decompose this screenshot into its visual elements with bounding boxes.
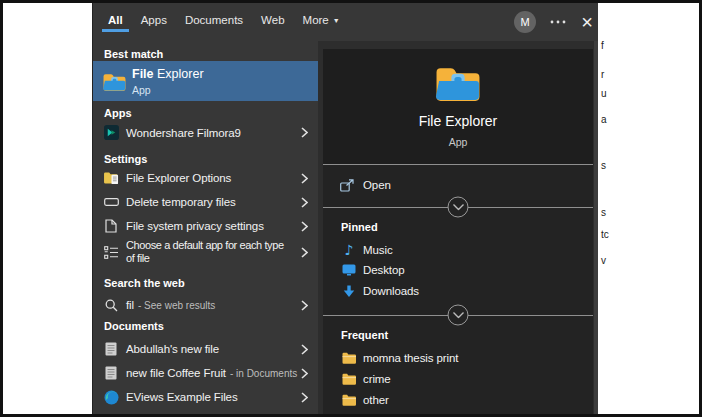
- frequent-item-partial[interactable]: [341, 411, 585, 414]
- open-action[interactable]: Open: [323, 171, 593, 199]
- tab-web[interactable]: Web: [259, 10, 286, 35]
- task-list-icon: [103, 243, 119, 261]
- list-item-coffee-fruit[interactable]: new file Coffee Fruit - in Documents: [93, 361, 318, 385]
- section-header-pinned: Pinned: [341, 221, 378, 233]
- list-item-label: EViews Example Files: [126, 391, 238, 403]
- chevron-right-icon: [297, 197, 308, 208]
- tab-documents[interactable]: Documents: [183, 10, 245, 35]
- page-text-fragment: s: [601, 160, 606, 171]
- best-match-subtitle: App: [132, 84, 204, 96]
- list-item-label: Delete temporary files: [126, 196, 236, 208]
- expand-pinned-button[interactable]: [448, 305, 469, 326]
- desktop-icon: [341, 262, 357, 278]
- list-item-wondershare[interactable]: Wondershare Filmora9: [93, 120, 318, 145]
- page-text-fragment: s: [601, 207, 606, 218]
- list-item-label: File Explorer Options: [126, 172, 231, 184]
- tab-apps[interactable]: Apps: [139, 10, 169, 35]
- drive-icon: [103, 193, 119, 211]
- tab-all[interactable]: All: [106, 10, 125, 35]
- expand-actions-button[interactable]: [448, 197, 469, 218]
- frequent-item-label: other: [363, 394, 389, 406]
- search-window: All Apps Documents Web More▼ M × Best ma…: [92, 3, 598, 414]
- chevron-right-icon: [297, 392, 308, 403]
- page-text-fragment: r: [601, 69, 604, 80]
- frequent-item-momna[interactable]: momna thesis print: [341, 348, 585, 368]
- list-item-label: new file Coffee Fruit: [126, 367, 226, 379]
- document-icon: [103, 364, 119, 382]
- document-outline-icon: [103, 217, 119, 235]
- folder-icon: [341, 350, 357, 366]
- chevron-down-icon: ▼: [333, 17, 340, 24]
- options-ellipsis-icon[interactable]: [550, 20, 566, 24]
- chevron-right-icon: [297, 221, 308, 232]
- chevron-right-icon: [297, 247, 308, 258]
- preview-hero: File Explorer App: [323, 49, 593, 164]
- download-arrow-icon: [341, 283, 357, 299]
- frequent-item-label: crime: [363, 373, 391, 385]
- tab-more[interactable]: More▼: [301, 10, 342, 35]
- file-explorer-icon: [103, 72, 126, 91]
- list-item-label: Abdullah's new file: [126, 343, 219, 355]
- section-header-settings: Settings: [93, 152, 318, 166]
- preview-app-subtitle: App: [323, 136, 593, 148]
- list-item-label: Choose a default app for each type of fi…: [126, 239, 291, 265]
- preview-card: File Explorer App Open: [323, 49, 593, 414]
- best-match-file-explorer[interactable]: File Explorer App: [93, 61, 318, 101]
- list-item-eviews[interactable]: EViews Example Files: [93, 385, 318, 409]
- folder-icon: [341, 392, 357, 408]
- scrollbar[interactable]: [594, 41, 598, 414]
- chevron-right-icon: [297, 344, 308, 355]
- chevron-right-icon: [297, 368, 308, 379]
- chevron-right-icon: [297, 173, 308, 184]
- list-item-label: fil: [126, 299, 134, 311]
- filmora-icon: [103, 124, 119, 142]
- page-text-fragment: f: [601, 40, 604, 51]
- section-header-best-match: Best match: [93, 47, 318, 61]
- pinned-item-label: Desktop: [363, 264, 405, 276]
- list-item-secondary: - See web results: [138, 300, 215, 311]
- close-icon[interactable]: ×: [580, 12, 594, 32]
- chevron-right-icon: [297, 127, 308, 138]
- section-header-documents: Documents: [93, 319, 318, 333]
- section-header-frequent: Frequent: [341, 329, 388, 341]
- list-item-secondary: - in Documents: [230, 368, 297, 379]
- best-match-title: File Explorer: [132, 67, 204, 81]
- music-note-icon: ♪: [341, 242, 357, 258]
- chevron-right-icon: [297, 300, 308, 311]
- list-item-fe-options[interactable]: File Explorer Options: [93, 166, 318, 190]
- list-item-delete-temp[interactable]: Delete temporary files: [93, 190, 318, 214]
- preview-app-title: File Explorer: [323, 113, 593, 129]
- list-item-label: Wondershare Filmora9: [126, 127, 241, 139]
- list-item-privacy-settings[interactable]: File system privacy settings: [93, 214, 318, 238]
- file-explorer-icon: [436, 64, 481, 105]
- open-label: Open: [363, 179, 391, 191]
- page-text-fragment: tc: [601, 229, 609, 240]
- list-item-default-app[interactable]: Choose a default app for each type of fi…: [93, 238, 318, 266]
- search-results-panel: Best match File Explorer: [93, 41, 318, 414]
- pinned-item-downloads[interactable]: Downloads: [341, 281, 585, 301]
- pinned-item-label: Downloads: [363, 285, 419, 297]
- search-filter-tabbar: All Apps Documents Web More▼ M ×: [93, 3, 598, 41]
- screenshot-frame: f r u a s s tc v All Apps Documents Web …: [0, 0, 702, 417]
- preview-panel: File Explorer App Open: [318, 41, 598, 414]
- frequent-item-crime[interactable]: crime: [341, 369, 585, 389]
- list-item-web-search[interactable]: fil - See web results: [93, 293, 318, 317]
- page-text-fragment: v: [601, 255, 606, 266]
- frequent-item-label: momna thesis print: [363, 352, 458, 364]
- pinned-item-desktop[interactable]: Desktop: [341, 260, 585, 280]
- background-page: f r u a s s tc v All Apps Documents Web …: [3, 3, 699, 414]
- list-item-abdullah-file[interactable]: Abdullah's new file: [93, 337, 318, 361]
- page-text-fragment: a: [601, 114, 607, 125]
- page-text-fragment: u: [601, 88, 607, 99]
- list-item-label: File system privacy settings: [126, 220, 264, 232]
- section-header-web: Search the web: [93, 276, 318, 290]
- pinned-item-music[interactable]: ♪ Music: [341, 240, 585, 260]
- open-icon: [340, 179, 355, 192]
- eviews-app-icon: [103, 388, 119, 406]
- document-icon: [103, 340, 119, 358]
- section-header-apps: Apps: [93, 106, 318, 120]
- frequent-item-other[interactable]: other: [341, 390, 585, 410]
- folder-icon: [341, 371, 357, 387]
- folder-options-icon: [103, 169, 119, 187]
- user-avatar[interactable]: M: [514, 11, 536, 33]
